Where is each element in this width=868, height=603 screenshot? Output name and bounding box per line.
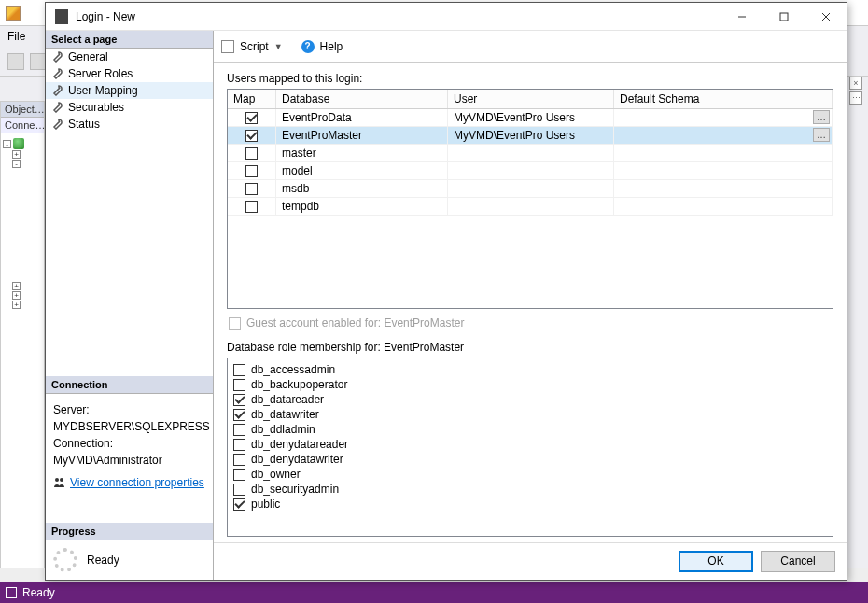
- role-item[interactable]: db_securityadmin: [233, 482, 827, 497]
- connection-heading: Connection: [46, 376, 213, 394]
- wrench-icon: [51, 68, 63, 79]
- role-checkbox[interactable]: [233, 454, 245, 466]
- col-database[interactable]: Database: [276, 90, 448, 108]
- tree-expand-icon[interactable]: +: [12, 301, 21, 309]
- map-checkbox[interactable]: [245, 130, 258, 142]
- role-checkbox[interactable]: [233, 394, 245, 406]
- menu-file[interactable]: File: [7, 30, 25, 43]
- role-item[interactable]: db_owner: [233, 467, 827, 482]
- bg-close-icon[interactable]: ×: [849, 77, 862, 90]
- map-checkbox[interactable]: [245, 183, 258, 195]
- monitor-icon: [6, 587, 17, 598]
- connection-info: Server: MYDBSERVER\SQLEXPRESS Connection…: [46, 394, 213, 497]
- ok-button[interactable]: OK: [679, 551, 753, 572]
- role-checkbox[interactable]: [233, 439, 245, 451]
- page-item-securables[interactable]: Securables: [46, 99, 213, 116]
- cell-schema[interactable]: [614, 162, 833, 179]
- cell-database: model: [276, 162, 448, 179]
- table-row[interactable]: tempdb: [228, 198, 833, 216]
- col-map[interactable]: Map: [228, 90, 276, 108]
- table-row[interactable]: master: [228, 145, 833, 162]
- svg-rect-1: [780, 13, 788, 21]
- page-item-general[interactable]: General: [46, 49, 213, 65]
- mapping-grid[interactable]: Map Database User Default Schema EventPr…: [227, 89, 833, 309]
- tree-collapse-icon[interactable]: -: [3, 140, 11, 148]
- page-item-label: Server Roles: [68, 67, 133, 80]
- role-item[interactable]: db_accessadmin: [233, 362, 827, 377]
- cell-user: [448, 162, 614, 179]
- table-row[interactable]: model: [228, 162, 833, 180]
- cancel-button[interactable]: Cancel: [761, 551, 835, 572]
- script-dropdown-icon[interactable]: ▼: [274, 42, 283, 51]
- role-checkbox[interactable]: [233, 379, 245, 391]
- page-item-server-roles[interactable]: Server Roles: [46, 65, 213, 82]
- role-name: db_denydatareader: [251, 438, 348, 451]
- role-item[interactable]: db_datawriter: [233, 407, 827, 422]
- role-checkbox[interactable]: [233, 498, 245, 511]
- wrench-icon: [51, 51, 63, 63]
- bg-overflow-icon[interactable]: ⋯: [849, 91, 862, 105]
- cell-schema[interactable]: [614, 145, 833, 161]
- role-name: db_denydatawriter: [251, 453, 343, 466]
- grid-header: Map Database User Default Schema: [228, 90, 833, 109]
- maximize-button[interactable]: [763, 3, 805, 31]
- role-item[interactable]: db_denydatareader: [233, 437, 827, 452]
- dialog-titlebar[interactable]: Login - New: [46, 3, 847, 31]
- cell-database: master: [276, 145, 448, 161]
- col-user[interactable]: User: [448, 90, 614, 108]
- cell-schema[interactable]: …: [614, 127, 833, 144]
- page-item-user-mapping[interactable]: User Mapping: [46, 82, 213, 99]
- role-item[interactable]: db_denydatawriter: [233, 452, 827, 467]
- select-page-heading: Select a page: [46, 31, 213, 49]
- browse-button[interactable]: …: [813, 128, 830, 142]
- map-checkbox[interactable]: [245, 165, 258, 177]
- view-connection-properties-link[interactable]: View connection properties: [53, 476, 204, 489]
- role-item[interactable]: db_backupoperator: [233, 377, 827, 392]
- minimize-button[interactable]: [721, 3, 763, 31]
- cell-database: tempdb: [276, 198, 448, 215]
- table-row[interactable]: msdb: [228, 180, 833, 198]
- role-checkbox[interactable]: [233, 409, 245, 421]
- cell-schema[interactable]: …: [614, 109, 833, 126]
- role-item[interactable]: db_ddladmin: [233, 422, 827, 437]
- tree-expand-icon[interactable]: +: [12, 291, 21, 300]
- script-button[interactable]: Script: [240, 40, 269, 53]
- page-item-status[interactable]: Status: [46, 116, 213, 133]
- role-checkbox[interactable]: [233, 424, 245, 436]
- cell-schema[interactable]: [614, 198, 833, 215]
- dialog-buttons: OK Cancel: [214, 542, 847, 580]
- cell-schema[interactable]: [614, 180, 833, 197]
- role-item[interactable]: public: [233, 497, 827, 512]
- server-label: Server:: [53, 403, 205, 416]
- role-name: db_datawriter: [251, 408, 319, 421]
- table-row[interactable]: EventProMasterMyVMD\EventPro Users…: [228, 127, 833, 145]
- connection-link-label: View connection properties: [70, 476, 204, 489]
- page-item-label: Securables: [68, 101, 124, 114]
- toolbar-btn[interactable]: [7, 53, 24, 70]
- role-item[interactable]: db_datareader: [233, 392, 827, 407]
- tree-expand-icon[interactable]: +: [12, 150, 21, 159]
- object-tree[interactable]: - + - + + +: [1, 133, 44, 314]
- role-checkbox[interactable]: [233, 364, 245, 376]
- cell-user: [448, 180, 614, 197]
- role-checkbox[interactable]: [233, 484, 245, 496]
- role-name: public: [251, 498, 280, 511]
- browse-button[interactable]: …: [813, 110, 830, 124]
- col-default-schema[interactable]: Default Schema: [614, 90, 833, 108]
- role-name: db_backupoperator: [251, 378, 347, 391]
- bg-right-controls: × ⋯: [849, 77, 868, 105]
- role-checkbox[interactable]: [233, 469, 245, 481]
- dialog-toolbar: Script ▼ ? Help: [214, 31, 847, 63]
- tree-expand-icon[interactable]: +: [12, 282, 21, 290]
- map-checkbox[interactable]: [245, 201, 258, 213]
- server-value: MYDBSERVER\SQLEXPRESS: [53, 420, 205, 433]
- cell-user: MyVMD\EventPro Users: [448, 127, 614, 144]
- close-button[interactable]: [805, 3, 847, 31]
- connect-bar[interactable]: Conne…: [1, 118, 44, 133]
- table-row[interactable]: EventProDataMyVMD\EventPro Users…: [228, 109, 833, 127]
- help-button[interactable]: Help: [320, 40, 343, 53]
- tree-collapse-icon[interactable]: -: [12, 160, 21, 168]
- map-checkbox[interactable]: [245, 112, 258, 124]
- roles-list[interactable]: db_accessadmindb_backupoperatordb_datare…: [227, 358, 833, 537]
- map-checkbox[interactable]: [245, 147, 258, 160]
